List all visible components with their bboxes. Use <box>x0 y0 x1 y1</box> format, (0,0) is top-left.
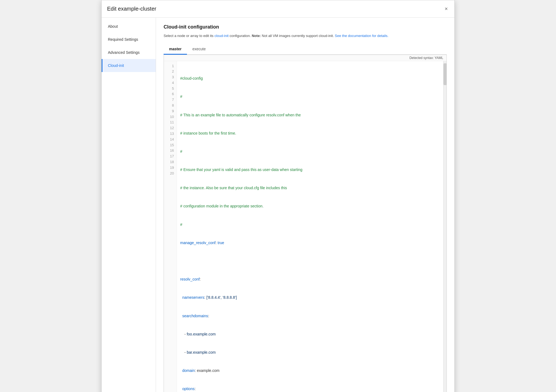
dialog-title: Edit example-cluster <box>107 6 156 12</box>
tab-execute[interactable]: execute <box>187 44 211 55</box>
dialog: Edit example-cluster × About Required Se… <box>101 0 455 392</box>
desc-part2: configuration. <box>229 34 252 38</box>
dialog-body: About Required Settings Advanced Setting… <box>102 18 454 392</box>
code-scroll-area[interactable]: 1 2 3 4 5 6 7 8 9 10 11 12 13 <box>164 61 446 392</box>
desc-part3: Not all VM images currently support clou… <box>261 34 335 38</box>
code-line-12: resolv_conf: <box>180 276 440 282</box>
sidebar-item-required-label: Required Settings <box>108 37 138 42</box>
code-line-10: manage_resolv_conf: true <box>180 240 440 246</box>
editor-container: Detected syntax: YAML 1 2 3 4 5 6 7 8 9 <box>164 55 447 392</box>
section-title: Cloud-init configuration <box>164 24 447 30</box>
dialog-header: Edit example-cluster × <box>102 0 454 18</box>
code-editor[interactable]: #cloud-config # # This is an example fil… <box>177 61 443 392</box>
code-line-8: # configuration module in the appropriat… <box>180 203 440 209</box>
code-line-5: # <box>180 148 440 154</box>
section-desc: Select a node or array to edit its cloud… <box>164 33 447 39</box>
line-numbers: 1 2 3 4 5 6 7 8 9 10 11 12 13 <box>164 61 177 392</box>
code-line-15: - foo.example.com <box>180 331 440 337</box>
sidebar-item-advanced-settings[interactable]: Advanced Settings <box>102 46 156 59</box>
sidebar-item-cloud-init-label: Cloud-init <box>108 63 124 68</box>
desc-part1: Select a node or array to edit its <box>164 34 214 38</box>
sidebar: About Required Settings Advanced Setting… <box>102 18 156 392</box>
code-line-11 <box>180 258 440 264</box>
syntax-label: Detected syntax: YAML <box>164 55 446 61</box>
code-line-7: # the instance. Also be sure that your c… <box>180 185 440 191</box>
tabs: master execute <box>164 44 447 55</box>
code-line-17: domain: example.com <box>180 368 440 374</box>
sidebar-item-advanced-label: Advanced Settings <box>108 50 140 55</box>
sidebar-item-about[interactable]: About <box>102 20 156 33</box>
sidebar-item-cloud-init[interactable]: Cloud-init <box>102 59 156 72</box>
cloud-init-link[interactable]: cloud-init <box>214 34 229 38</box>
tab-master[interactable]: master <box>164 44 187 55</box>
code-line-4: # instance boots for the first time. <box>180 130 440 136</box>
code-line-13: nameservers: ['8.8.4.4', '8.8.8.8'] <box>180 294 440 300</box>
code-line-9: # <box>180 222 440 228</box>
vertical-scrollbar[interactable] <box>443 61 446 392</box>
editor-wrapper: 1 2 3 4 5 6 7 8 9 10 11 12 13 <box>164 61 446 392</box>
sidebar-item-required-settings[interactable]: Required Settings <box>102 33 156 46</box>
main-content: Cloud-init configuration Select a node o… <box>156 18 454 392</box>
code-line-18: options: <box>180 386 440 392</box>
code-line-1: #cloud-config <box>180 75 440 81</box>
code-line-14: searchdomains: <box>180 313 440 319</box>
code-line-3: # This is an example file to automatical… <box>180 112 440 118</box>
code-line-16: - bar.example.com <box>180 349 440 355</box>
doc-link[interactable]: See the documentation for details. <box>335 34 388 38</box>
code-line-2: # <box>180 94 440 99</box>
scrollbar-thumb[interactable] <box>443 63 446 85</box>
sidebar-item-about-label: About <box>108 24 118 29</box>
desc-note-bold: Note: <box>252 34 261 38</box>
code-line-6: # Ensure that your yaml is valid and pas… <box>180 167 440 173</box>
close-button[interactable]: × <box>443 5 449 13</box>
